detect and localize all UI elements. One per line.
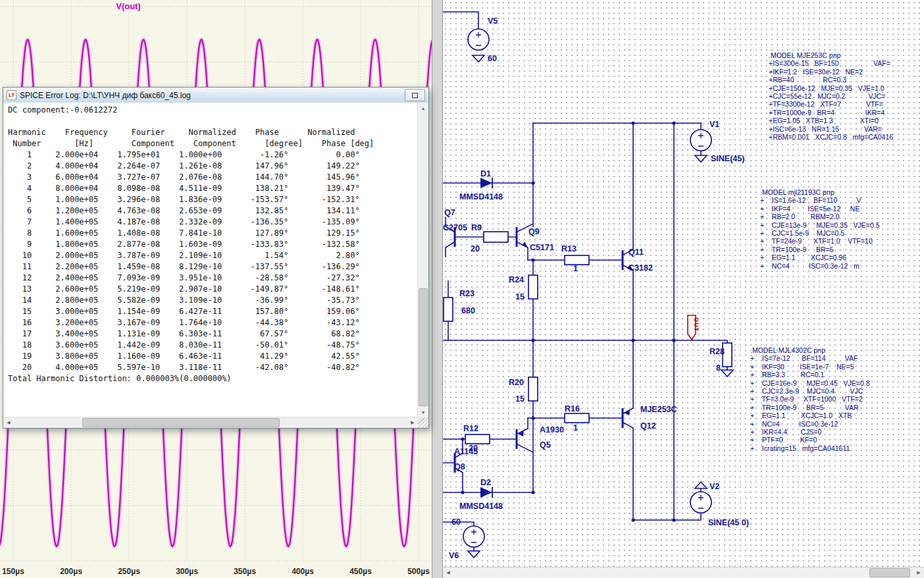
spice-model-mjl21193C[interactable]: .MODEL mjl21193C pnp + IS=1.6e-12 BF=110… [760, 188, 880, 270]
vertical-scrollbar[interactable]: ▲ ▼ [417, 103, 428, 417]
component-value: 15 [515, 292, 525, 302]
maximize-button[interactable] [405, 89, 425, 101]
component-label: R9 [471, 223, 482, 232]
component-label: R12 [463, 424, 478, 433]
scroll-down-button[interactable]: ▼ [418, 407, 428, 417]
resistor-r24[interactable]: R24 15 [509, 275, 538, 302]
log-text: DC component:-0.0612272 Harmonic Frequen… [8, 105, 417, 416]
net-label-text: OUT [693, 317, 700, 332]
component-label: D1 [480, 169, 491, 178]
spice-error-log-window: LT SPICE Error Log: D:\LT\УНЧ диф бакс60… [3, 87, 429, 429]
transistor-q5[interactable]: A1930 Q5 [517, 425, 564, 450]
ground-symbol [468, 551, 480, 558]
component-value: C2705 [443, 223, 467, 232]
transistor-q7[interactable]: Q7 C2705 [443, 208, 467, 247]
x-tick: 350µs [234, 567, 256, 576]
horizontal-scroll-thumb[interactable] [869, 568, 910, 577]
component-label: Q8 [454, 462, 465, 471]
component-value: A1930 [540, 425, 564, 434]
component-value: C5171 [530, 243, 554, 252]
ground-symbol [721, 370, 733, 377]
component-value: 1 [573, 264, 578, 273]
scroll-right-button[interactable]: ▶ [913, 567, 924, 578]
component-value: SINE(45) [711, 154, 744, 163]
component-label: D2 [480, 478, 491, 487]
component-label: R23 [459, 289, 475, 298]
component-value: 60 [451, 517, 461, 527]
scroll-right-button[interactable]: ▶ [407, 417, 418, 428]
resize-grip[interactable] [418, 417, 428, 428]
component-value: 60 [488, 54, 497, 63]
trace-label-vout[interactable]: V(out) [116, 1, 141, 11]
scroll-up-button[interactable]: ▲ [418, 103, 428, 113]
spice-model-MJE253C[interactable]: .MODEL MJE253C pnp +IS=300e-15 BF=150 VA… [769, 51, 893, 141]
spice-model-MJL4302C[interactable]: .MODEL MJL4302C pnp + IS=7e-12 BF=114 VA… [750, 346, 870, 452]
diode-d2[interactable]: D2 MMSD4148 [459, 478, 503, 511]
ground-symbol [695, 482, 707, 488]
log-content-area: DC component:-0.0612272 Harmonic Frequen… [3, 103, 428, 428]
component-label: Q5 [540, 440, 551, 450]
resistor-r20[interactable]: R20 15 [509, 377, 538, 404]
maximize-icon [412, 93, 418, 98]
component-label: V1 [709, 120, 719, 129]
component-value: 20 [471, 244, 480, 253]
scroll-left-button[interactable]: ◀ [3, 417, 14, 428]
diode-d1[interactable]: D1 MMSD4148 [459, 169, 503, 201]
component-label: V5 [488, 16, 498, 26]
voltage-source-v6[interactable]: V6 60 [449, 517, 484, 560]
x-axis: 150µs 200µs 250µs 300µs 350µs 400µs 450µ… [0, 562, 432, 578]
component-label: V6 [449, 551, 459, 560]
ground-symbol [473, 55, 484, 62]
component-value: 680 [461, 306, 475, 315]
voltage-source-v1[interactable]: V1 SINE(45) [690, 120, 744, 163]
resistor-r28[interactable]: R28 8 [709, 343, 733, 377]
component-label: R20 [509, 378, 524, 387]
window-titlebar[interactable]: LT SPICE Error Log: D:\LT\УНЧ диф бакс60… [3, 88, 428, 103]
horizontal-scroll-thumb[interactable] [82, 418, 280, 427]
resistor-r16[interactable]: R16 1 [565, 404, 589, 433]
wires[interactable] [443, 12, 727, 551]
net-label-out[interactable]: OUT [688, 315, 700, 340]
schematic-pane[interactable]: V5 60 V6 60 V1 SINE(45) [443, 0, 924, 578]
component-value: C3182 [629, 263, 653, 273]
component-label: R28 [709, 347, 725, 356]
transistor-q9[interactable]: Q9 C5171 [517, 227, 554, 252]
x-tick: 200µs [60, 567, 82, 576]
component-label: R24 [509, 275, 524, 284]
component-value: SINE(45 0) [708, 518, 749, 527]
horizontal-scrollbar[interactable]: ◀ ▶ [3, 417, 418, 428]
junction-dots [461, 121, 675, 521]
x-tick: 300µs [176, 567, 198, 576]
window-title: SPICE Error Log: D:\LT\УНЧ диф бакс60_45… [20, 91, 401, 100]
resistor-r13[interactable]: R13 1 [561, 244, 589, 273]
component-value: 15 [515, 394, 525, 404]
component-label: Q7 [444, 208, 455, 217]
vertical-scroll-thumb[interactable] [419, 288, 428, 406]
pane-divider [432, 0, 443, 578]
component-value: MMSD4148 [459, 192, 503, 201]
component-value: 8 [716, 363, 721, 373]
component-label: Q11 [629, 248, 644, 257]
voltage-source-v5[interactable]: V5 60 [468, 16, 498, 63]
component-label: Q9 [528, 227, 540, 236]
x-tick: 400µs [292, 567, 314, 576]
scroll-left-button[interactable]: ◀ [443, 567, 453, 578]
component-label: R16 [565, 404, 580, 413]
component-label: V2 [709, 482, 719, 491]
component-value: 20 [469, 444, 478, 453]
component-label: R13 [561, 244, 577, 253]
component-label: Q12 [640, 421, 656, 431]
component-value: MJE253C [640, 405, 677, 414]
x-tick: 250µs [118, 567, 140, 576]
component-value: MMSD4148 [459, 502, 503, 511]
ground-symbol [695, 155, 707, 162]
component-value: 1 [573, 423, 578, 433]
x-tick: 500µs [407, 567, 430, 576]
transistor-q11[interactable]: Q11 C3182 [623, 248, 653, 273]
ltspice-icon: LT [7, 90, 16, 100]
schematic-horizontal-scrollbar[interactable]: ◀ ▶ [443, 567, 924, 578]
x-tick: 150µs [2, 567, 24, 576]
ltspice-workspace: V(out) 150µs 200µs 250µs 300µs 350µs 400… [0, 0, 924, 578]
resistor-r9[interactable]: R9 20 [471, 223, 508, 253]
x-tick: 450µs [349, 567, 372, 576]
